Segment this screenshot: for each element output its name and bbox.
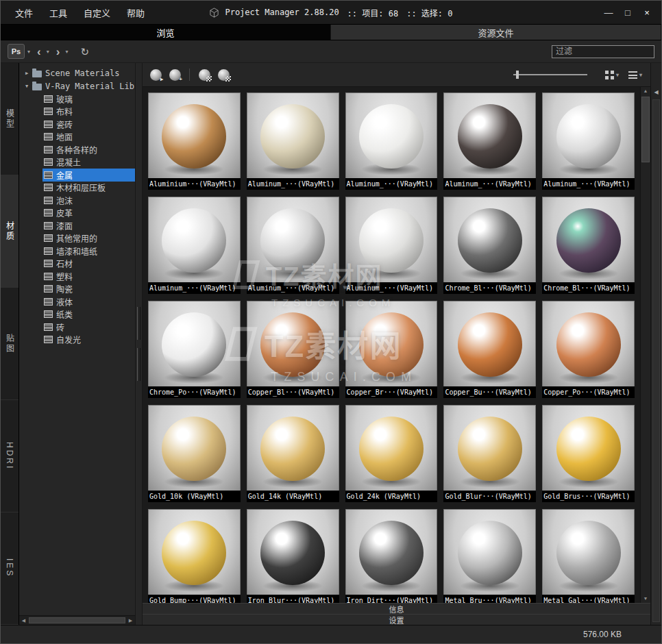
tree-item[interactable]: 木材和层压板 [19, 182, 135, 195]
menu-item[interactable]: 自定义 [76, 3, 118, 22]
scroll-down-icon[interactable]: ▼ [641, 595, 650, 603]
tree-item[interactable]: 陶瓷 [19, 283, 135, 296]
tree-item[interactable]: 地面 [19, 131, 135, 144]
forward-history-caret-icon[interactable]: ▾ [65, 49, 68, 55]
material-card[interactable]: Aluminum_···(VRayMtl) [345, 92, 438, 190]
tree-item[interactable]: 瓷砖 [19, 118, 135, 131]
material-card[interactable]: Metal_Gal···(VRayMtl) [542, 509, 635, 603]
menu-item[interactable]: 帮助 [119, 3, 152, 22]
tree-item[interactable]: 混凝土 [19, 156, 135, 169]
scrollbar-track[interactable] [641, 95, 650, 595]
tree-item[interactable]: 塑料 [19, 270, 135, 283]
scrollbar-thumb[interactable] [641, 97, 650, 162]
back-button[interactable]: ‹ [34, 46, 44, 58]
material-preview[interactable] [247, 197, 339, 282]
tree-item[interactable]: 泡沫 [19, 194, 135, 207]
right-panel-collapsed[interactable]: ◀ [650, 63, 661, 625]
minimize-button[interactable]: — [600, 5, 617, 20]
tree-item[interactable]: 石材 [19, 258, 135, 271]
render-all-previews-icon-button[interactable] [216, 67, 231, 82]
material-preview[interactable] [542, 509, 635, 595]
material-card[interactable]: Gold_Bump···(VRayMtl) [148, 509, 241, 603]
material-preview[interactable] [443, 509, 536, 595]
material-card[interactable]: Metal_Bru···(VRayMtl) [443, 509, 536, 603]
material-card[interactable]: Gold_10k (VRayMtl) [148, 405, 241, 502]
menu-item[interactable]: 工具 [42, 3, 75, 22]
scroll-left-icon[interactable]: ◀ [19, 618, 28, 623]
material-card[interactable]: Gold_Brus···(VRayMtl) [542, 405, 635, 502]
material-card[interactable]: Chrome_Bl···(VRayMtl) [443, 197, 536, 294]
material-card[interactable]: Gold_Blur···(VRayMtl) [443, 405, 536, 502]
category-tab-ies[interactable]: IES [1, 512, 19, 625]
view-mode-button[interactable]: ▾ [602, 69, 622, 81]
menu-item[interactable]: 文件 [8, 3, 40, 22]
refresh-button[interactable]: ↻ [77, 47, 92, 57]
tree-item[interactable]: 墙漆和墙纸 [19, 245, 135, 258]
thumbnail-size-slider[interactable] [513, 70, 587, 79]
material-card[interactable]: Aluminum_···(VRayMtl) [247, 92, 339, 190]
grid-vertical-scrollbar[interactable]: ▲ ▼ [640, 87, 650, 603]
scroll-right-icon[interactable]: ▶ [126, 618, 135, 623]
material-preview[interactable] [345, 301, 438, 386]
pick-material-icon-button[interactable] [167, 67, 182, 82]
expand-panel-icon[interactable]: ◀ [654, 89, 658, 95]
material-preview[interactable] [148, 301, 241, 386]
forward-button[interactable]: › [53, 46, 63, 58]
material-preview[interactable] [542, 301, 635, 386]
material-card[interactable]: Gold_14k (VRayMtl) [247, 405, 339, 502]
tree-item[interactable]: 金属 [19, 169, 135, 182]
collapse-icon[interactable]: ▼ [23, 84, 31, 89]
slider-thumb[interactable] [516, 71, 519, 79]
material-preview[interactable] [542, 92, 635, 178]
expand-icon[interactable]: ▶ [23, 71, 31, 76]
category-tab-hdri[interactable]: HDRI [1, 400, 19, 512]
material-card[interactable]: Aluminum_···(VRayMtl) [247, 197, 339, 294]
tree-item[interactable]: 其他常用的 [19, 232, 135, 245]
tree-scrollbar-thumb[interactable] [29, 617, 125, 623]
right-panel-grip[interactable] [652, 99, 660, 622]
close-button[interactable]: × [638, 5, 656, 20]
material-preview[interactable] [148, 509, 241, 595]
material-card[interactable]: Aluminum_···(VRayMtl) [148, 197, 241, 294]
category-tab-material[interactable]: 材质 [1, 175, 19, 288]
material-preview[interactable] [443, 92, 536, 178]
material-preview[interactable] [247, 509, 339, 595]
material-preview[interactable] [443, 301, 536, 386]
material-preview[interactable] [148, 405, 241, 491]
category-tab-model[interactable]: 模型 [1, 63, 19, 175]
category-tab-maps[interactable]: 贴图 [1, 288, 19, 400]
material-card[interactable]: Aluminum_···(VRayMtl) [443, 92, 536, 190]
material-card[interactable]: Aluminum_···(VRayMtl) [542, 92, 635, 190]
back-history-caret-icon[interactable]: ▾ [47, 49, 49, 55]
tree-horizontal-scrollbar[interactable]: ◀ ▶ [19, 615, 135, 625]
tree-item[interactable]: 液体 [19, 295, 135, 308]
material-card[interactable]: Copper_Bl···(VRayMtl) [247, 301, 339, 398]
material-preview[interactable] [247, 92, 339, 178]
material-card[interactable]: Iron_Blur···(VRayMtl) [247, 509, 339, 603]
tree-item[interactable]: 玻璃 [19, 92, 135, 106]
settings-panel-header[interactable]: 设置 [143, 614, 650, 625]
tab-browse[interactable]: 浏览 [1, 25, 331, 40]
material-preview[interactable] [345, 197, 438, 282]
material-card[interactable]: Chrome_Bl···(VRayMtl) [542, 197, 635, 294]
tree-item[interactable]: 漆面 [19, 219, 135, 232]
tree-item[interactable]: 砖 [19, 321, 135, 334]
tree-item[interactable]: 自发光 [19, 334, 135, 347]
ps-button[interactable]: Ps [8, 44, 25, 59]
material-preview[interactable] [542, 197, 635, 282]
panel-splitter[interactable] [136, 63, 143, 625]
ps-dropdown-caret-icon[interactable]: ▾ [27, 49, 30, 55]
material-card[interactable]: Copper_Bu···(VRayMtl) [443, 301, 536, 398]
material-card[interactable]: Chrome_Po···(VRayMtl) [148, 301, 241, 398]
material-card[interactable]: Gold_24k (VRayMtl) [345, 405, 438, 502]
apply-material-icon-button[interactable] [148, 67, 163, 82]
material-preview[interactable] [247, 301, 339, 386]
material-preview[interactable] [345, 92, 438, 178]
tree-folder[interactable]: ▼V-Ray Material Libra [19, 80, 135, 93]
tree-item[interactable]: 纸类 [19, 308, 135, 321]
material-preview[interactable] [542, 405, 635, 491]
material-preview[interactable] [345, 509, 438, 595]
info-panel-header[interactable]: 信息 [143, 603, 650, 614]
filter-input[interactable] [552, 45, 654, 58]
tree-item[interactable]: 布料 [19, 106, 135, 119]
